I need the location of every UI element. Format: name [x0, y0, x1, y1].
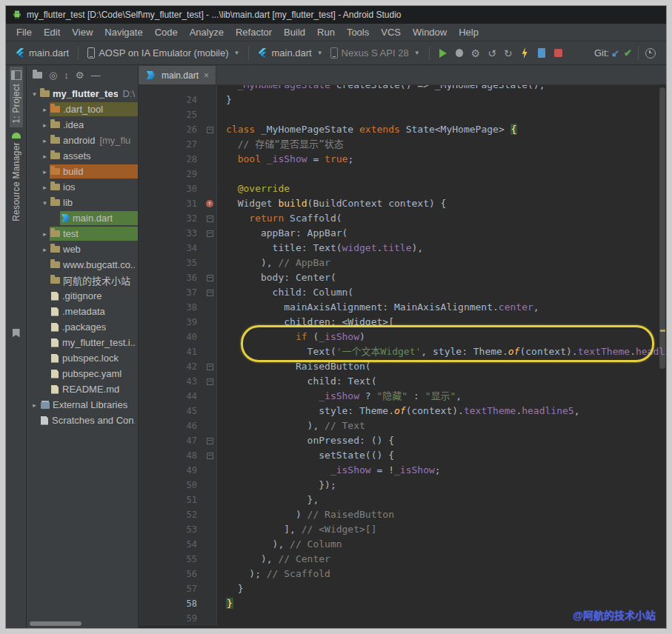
title-bar[interactable]: my_flutter_test [D:\Code\Self\my_flutter… — [6, 6, 666, 24]
stop-button[interactable] — [554, 49, 562, 57]
line-number[interactable]: 36 — [163, 270, 203, 285]
fold-marker-icon[interactable] — [207, 216, 213, 222]
tree-item-web[interactable]: ▸web — [27, 241, 138, 257]
tree-item-.packages[interactable]: .packages — [27, 319, 138, 335]
profiler-button[interactable]: ⚙ — [471, 48, 481, 59]
code-line[interactable]: 31↑ Widget build(BuildContext context) { — [139, 196, 666, 211]
line-number[interactable]: 59 — [163, 611, 203, 626]
line-number[interactable]: 26 — [163, 122, 203, 137]
code-line[interactable]: 55 ), // Center — [139, 552, 666, 567]
tree-item-ios[interactable]: ▸ios — [27, 179, 138, 195]
menu-vcs[interactable]: VCS — [375, 25, 407, 39]
code-area[interactable]: _MyHomePageState createState() => _MyHom… — [139, 85, 666, 628]
tree-item-.metadata[interactable]: .metadata — [27, 304, 138, 319]
tree-item--[interactable]: 阿航的技术小站 — [27, 273, 138, 288]
line-number[interactable]: 47 — [163, 433, 203, 448]
expand-arrow-icon[interactable]: ▸ — [30, 401, 39, 409]
fold-marker-icon[interactable] — [207, 290, 213, 296]
tree-item-build[interactable]: ▸build — [27, 164, 138, 179]
line-number[interactable]: 48 — [163, 448, 203, 463]
hot-reload-button[interactable] — [521, 47, 529, 59]
sidebar-tab-resource-manager[interactable]: Resource Manager — [10, 129, 23, 225]
line-number[interactable]: 57 — [163, 581, 203, 596]
code-line[interactable]: 37 child: Column( — [139, 285, 666, 300]
code-line[interactable]: 39 children: <Widget>[ — [139, 315, 666, 330]
line-number[interactable]: 45 — [163, 404, 203, 418]
code-line[interactable]: 32 return Scaffold( — [139, 211, 666, 226]
code-line[interactable]: 45 style: Theme.of(context).textTheme.he… — [139, 404, 666, 418]
menu-navigate[interactable]: Navigate — [99, 25, 148, 39]
attach-button[interactable]: ↻ — [504, 48, 513, 59]
menu-file[interactable]: File — [10, 25, 38, 39]
line-number[interactable]: 54 — [163, 537, 203, 552]
run-config-dropdown[interactable]: main.dart ▼ — [256, 47, 325, 59]
line-number[interactable]: 38 — [163, 300, 203, 315]
expand-arrow-icon[interactable]: ▸ — [40, 168, 50, 176]
tree-item-test[interactable]: ▸test — [27, 226, 138, 241]
code-line[interactable]: 44 _isShow ? "隐藏" : "显示", — [139, 389, 666, 404]
target-device-dropdown[interactable]: Nexus S API 28 ▼ — [328, 47, 422, 59]
code-line[interactable]: 41 Text('一个文本Widget', style: Theme.of(co… — [139, 344, 666, 359]
debug-button[interactable] — [456, 49, 463, 57]
tree-item-Scratches-and-Con...[interactable]: Scratches and Con... — [27, 413, 138, 428]
code-line[interactable]: 38 mainAxisAlignment: MainAxisAlignment.… — [139, 300, 666, 315]
code-line[interactable]: 26class _MyHomePageState extends State<M… — [139, 122, 666, 137]
expand-arrow-icon[interactable]: ▸ — [40, 246, 50, 253]
code-line[interactable]: 53 ], // <Widget>[] — [139, 522, 666, 537]
code-line[interactable]: 27 // 存储“是否显示”状态 — [139, 137, 666, 152]
line-number[interactable]: 55 — [163, 552, 203, 567]
expand-arrow-icon[interactable]: ▸ — [40, 106, 50, 113]
tree-item-lib[interactable]: ▾lib — [27, 195, 138, 210]
sync-button[interactable]: ↺ — [488, 48, 496, 59]
code-line[interactable]: 47 onPressed: () { — [139, 433, 666, 448]
line-number[interactable]: 49 — [163, 463, 203, 478]
line-number[interactable]: 35 — [163, 256, 203, 270]
code-line[interactable]: 29 — [139, 167, 666, 181]
menu-run[interactable]: Run — [311, 25, 341, 39]
tree-item-.idea[interactable]: ▸.idea — [27, 117, 138, 133]
expand-arrow-icon[interactable]: ▾ — [40, 199, 50, 207]
tree-item-my_flutter_test.i...[interactable]: my_flutter_test.i... — [27, 335, 138, 350]
line-number[interactable]: 52 — [163, 507, 203, 522]
line-number[interactable]: 24 — [163, 93, 203, 107]
menu-window[interactable]: Window — [407, 25, 453, 39]
tree-item-assets[interactable]: ▸assets — [27, 148, 138, 164]
menu-view[interactable]: View — [66, 25, 99, 39]
code-line-clipped[interactable]: _MyHomePageState createState() => _MyHom… — [139, 85, 666, 93]
editor-scrollbar[interactable] — [659, 87, 665, 369]
tree-item-main.dart[interactable]: main.dart — [27, 210, 138, 226]
history-clock-icon[interactable] — [645, 48, 656, 59]
line-number[interactable]: 25 — [163, 107, 203, 122]
code-line[interactable]: 24} — [139, 93, 666, 107]
code-line[interactable]: 25 — [139, 107, 666, 122]
tree-item-.dart_tool[interactable]: ▸.dart_tool — [27, 101, 138, 117]
horizontal-scrollbar[interactable] — [30, 621, 81, 626]
expand-arrow-icon[interactable]: ▾ — [30, 90, 39, 98]
line-number[interactable] — [163, 85, 203, 93]
line-number[interactable]: 40 — [163, 330, 203, 344]
fold-marker-icon[interactable] — [207, 127, 213, 133]
menu-refactor[interactable]: Refactor — [230, 25, 278, 39]
menu-build[interactable]: Build — [278, 25, 311, 39]
fold-marker-icon[interactable] — [207, 378, 213, 385]
tree-item-www.bugcatt.co...[interactable]: www.bugcatt.co... — [27, 257, 138, 273]
tree-item-README.md[interactable]: README.md — [27, 381, 138, 397]
fold-marker-icon[interactable] — [207, 364, 213, 370]
tree-item-pubspec.lock[interactable]: pubspec.lock — [27, 350, 138, 366]
code-line[interactable]: 34 title: Text(widget.title), — [139, 241, 666, 256]
line-number[interactable]: 30 — [163, 181, 203, 196]
tree-item-External-Libraries[interactable]: ▸External Libraries — [27, 397, 138, 413]
line-number[interactable]: 41 — [163, 344, 203, 359]
tree-item-.gitignore[interactable]: .gitignore — [27, 288, 138, 304]
expand-arrow-icon[interactable]: ▸ — [40, 137, 50, 144]
gear-icon[interactable]: ⚙ — [76, 70, 84, 80]
sidebar-tab-project[interactable]: 1: Project — [10, 67, 23, 127]
collapse-all-icon[interactable]: ↕ — [64, 70, 69, 80]
code-line[interactable]: 48 setState(() { — [139, 448, 666, 463]
menu-help[interactable]: Help — [453, 25, 485, 39]
expand-arrow-icon[interactable]: ▸ — [40, 230, 50, 238]
code-line[interactable]: 28 bool _isShow = true; — [139, 152, 666, 167]
git-update-button[interactable]: ↙ — [611, 47, 619, 59]
expand-arrow-icon[interactable]: ▸ — [40, 121, 50, 129]
line-number[interactable]: 31 — [163, 196, 203, 211]
